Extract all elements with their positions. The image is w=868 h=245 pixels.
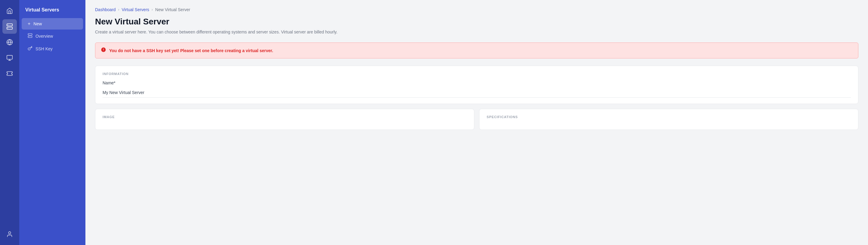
name-input[interactable] (102, 88, 851, 98)
svg-point-9 (8, 232, 10, 234)
breadcrumb-virtual-servers[interactable]: Virtual Servers (122, 7, 150, 12)
sidebar-item-overview[interactable]: Overview (22, 30, 83, 42)
sidebar-item-new[interactable]: + New (22, 18, 83, 30)
image-card: IMAGE (95, 109, 474, 130)
information-card: INFORMATION Name* (95, 66, 858, 104)
plus-icon: + (28, 21, 30, 27)
ssh-key-alert: You do not have a SSH key set yet! Pleas… (95, 43, 858, 58)
breadcrumb-sep-1: › (118, 7, 119, 12)
sidebar-item-new-label: New (33, 21, 42, 26)
sidebar-item-sshkey-label: SSH Key (35, 47, 53, 51)
nav-sidebar: Virtual Servers + New Overview SSH Key (19, 0, 85, 245)
home-nav-icon[interactable] (2, 4, 17, 18)
user-nav-icon[interactable] (2, 227, 17, 241)
alert-text: You do not have a SSH key set yet! Pleas… (109, 48, 273, 53)
breadcrumb-current: New Virtual Server (155, 7, 190, 12)
overview-icon (28, 33, 32, 39)
globe-nav-icon[interactable] (2, 35, 17, 49)
alert-error-icon (101, 47, 106, 54)
specifications-section-label: SPECIFICATIONS (487, 115, 851, 119)
specifications-card: SPECIFICATIONS (479, 109, 858, 130)
icon-sidebar (0, 0, 19, 245)
breadcrumb: Dashboard › Virtual Servers › New Virtua… (95, 7, 858, 12)
page-description: Create a virtual server here. You can ch… (95, 29, 858, 35)
sidebar-item-overview-label: Overview (35, 34, 53, 38)
main-content: Dashboard › Virtual Servers › New Virtua… (85, 0, 868, 245)
key-icon (28, 46, 32, 52)
ticket-nav-icon[interactable] (2, 66, 17, 81)
breadcrumb-dashboard[interactable]: Dashboard (95, 7, 116, 12)
name-field-label: Name* (102, 80, 851, 85)
information-section-label: INFORMATION (102, 72, 851, 76)
name-field: Name* (102, 80, 851, 98)
sidebar-item-sshkey[interactable]: SSH Key (22, 43, 83, 55)
svg-point-16 (103, 50, 104, 51)
servers-nav-icon[interactable] (2, 19, 17, 34)
nav-sidebar-title: Virtual Servers (19, 5, 85, 18)
bottom-sections: IMAGE SPECIFICATIONS (95, 109, 858, 130)
svg-rect-6 (7, 55, 12, 59)
breadcrumb-sep-2: › (152, 7, 153, 12)
image-section-label: IMAGE (102, 115, 467, 119)
monitor-nav-icon[interactable] (2, 51, 17, 65)
page-title: New Virtual Server (95, 17, 858, 27)
